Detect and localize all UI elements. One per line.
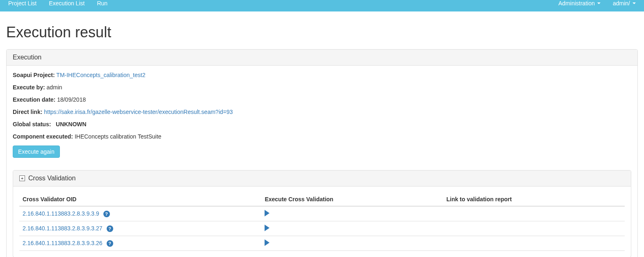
play-icon[interactable] <box>265 225 269 231</box>
field-component-value: IHEConcepts calibration TestSuite <box>75 133 161 140</box>
field-component-label: Component executed: <box>13 133 73 140</box>
field-execute-by-value: admin <box>46 84 62 91</box>
report-cell <box>443 236 625 251</box>
table-row: 2.16.840.1.113883.2.8.3.9.3.27 ? <box>19 221 625 236</box>
report-cell <box>443 221 625 236</box>
chevron-down-icon <box>633 2 636 4</box>
field-date-value: 18/09/2018 <box>57 96 86 103</box>
main-container: Execution result Execution Soapui Projec… <box>0 11 644 257</box>
nav-user-label: admin/ <box>613 0 630 7</box>
table-header-row: Cross Validator OID Execute Cross Valida… <box>19 193 625 206</box>
nav-administration-label: Administration <box>558 0 595 7</box>
field-status: Global status: UNKNOWN <box>13 121 631 127</box>
col-header-report: Link to validation report <box>443 193 625 206</box>
play-icon[interactable] <box>265 210 269 216</box>
field-execute-by-label: Execute by: <box>13 84 45 91</box>
page-title: Execution result <box>6 24 638 41</box>
nav-project-list[interactable]: Project List <box>8 0 37 7</box>
col-header-exec: Execute Cross Validation <box>261 193 443 206</box>
col-header-oid: Cross Validator OID <box>19 193 261 206</box>
field-direct-link: Direct link: https://sake.irisa.fr/gazel… <box>13 109 631 115</box>
field-status-value: UNKNOWN <box>56 121 87 127</box>
help-icon[interactable]: ? <box>107 240 113 247</box>
nav-execution-list[interactable]: Execution List <box>49 0 84 7</box>
field-execute-by: Execute by: admin <box>13 84 631 91</box>
field-direct-link-value[interactable]: https://sake.irisa.fr/gazelle-webservice… <box>44 109 233 115</box>
navbar-right: Administration admin/ <box>558 0 636 7</box>
oid-link[interactable]: 2.16.840.1.113883.2.8.3.9.3.27 <box>23 225 103 232</box>
play-icon[interactable] <box>265 239 269 246</box>
cross-validation-panel: + Cross Validation Cross Validator OID E… <box>13 170 631 257</box>
report-cell <box>443 206 625 221</box>
help-icon[interactable]: ? <box>103 211 110 217</box>
cross-validation-heading[interactable]: + Cross Validation <box>13 171 631 186</box>
nav-administration[interactable]: Administration <box>558 0 601 7</box>
navbar-left: Project List Execution List Run <box>8 0 107 7</box>
field-project-label: Soapui Project: <box>13 72 55 78</box>
cross-validation-title: Cross Validation <box>28 175 75 182</box>
expand-icon[interactable]: + <box>19 175 25 181</box>
cross-validation-table: Cross Validator OID Execute Cross Valida… <box>19 193 625 251</box>
chevron-down-icon <box>597 2 601 4</box>
field-component: Component executed: IHEConcepts calibrat… <box>13 133 631 140</box>
field-direct-link-label: Direct link: <box>13 109 42 115</box>
field-date: Execution date: 18/09/2018 <box>13 96 631 103</box>
execution-panel-body: Soapui Project: TM-IHEConcepts_calibrati… <box>7 66 637 164</box>
execution-panel-heading: Execution <box>7 50 637 66</box>
field-project-link[interactable]: TM-IHEConcepts_calibration_test2 <box>56 72 145 78</box>
top-navbar: Project List Execution List Run Administ… <box>0 0 644 11</box>
field-date-label: Execution date: <box>13 96 55 103</box>
oid-link[interactable]: 2.16.840.1.113883.2.8.3.9.3.26 <box>23 240 103 246</box>
nav-user-menu[interactable]: admin/ <box>613 0 636 7</box>
field-project: Soapui Project: TM-IHEConcepts_calibrati… <box>13 72 631 78</box>
nav-run[interactable]: Run <box>97 0 107 7</box>
help-icon[interactable]: ? <box>107 225 113 232</box>
execution-panel-title: Execution <box>13 54 41 61</box>
table-row: 2.16.840.1.113883.2.8.3.9.3.9 ? <box>19 206 625 221</box>
field-status-label: Global status: <box>13 121 51 127</box>
table-row: 2.16.840.1.113883.2.8.3.9.3.26 ? <box>19 236 625 251</box>
execution-panel: Execution Soapui Project: TM-IHEConcepts… <box>6 49 638 257</box>
execute-again-button[interactable]: Execute again <box>13 146 60 158</box>
oid-link[interactable]: 2.16.840.1.113883.2.8.3.9.3.9 <box>23 210 99 217</box>
